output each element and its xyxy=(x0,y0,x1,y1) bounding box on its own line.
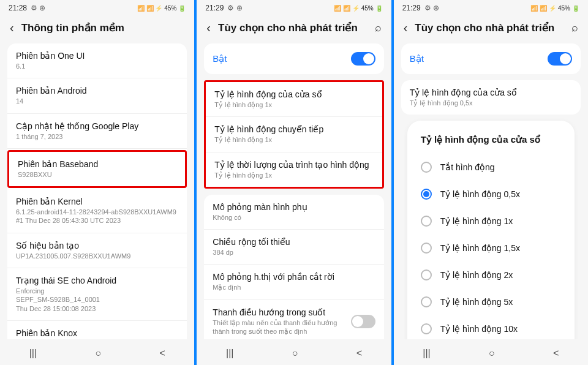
page-title: Thông tin phần mềm xyxy=(21,21,185,34)
content-scroll[interactable]: Bật Tỷ lệ hình động của cửa sổ Tỷ lệ hìn… xyxy=(197,43,391,339)
radio-icon xyxy=(421,323,432,334)
row-window-animation-scale[interactable]: Tỷ lệ hình động của cửa sổ Tỷ lệ hình độ… xyxy=(206,82,382,117)
page-title: Tùy chọn cho nhà phát triển xyxy=(415,21,564,34)
home-icon[interactable]: ○ xyxy=(489,348,495,359)
nav-back-icon[interactable]: < xyxy=(159,348,165,359)
recent-apps-icon[interactable]: ||| xyxy=(423,348,430,359)
radio-option-5x[interactable]: Tỷ lệ hình động 5x xyxy=(418,288,564,315)
navigation-bar: ||| ○ < xyxy=(197,339,391,365)
row-display-cutout[interactable]: Mô phỏng h.thị với phần cắt rời Mặc định xyxy=(204,265,383,299)
navigation-bar: ||| ○ < xyxy=(394,339,588,365)
radio-option-0.5x[interactable]: Tỷ lệ hình động 0,5x xyxy=(418,181,564,208)
animation-scale-dialog: Tỷ lệ hình động của cửa sổ Tắt hình động… xyxy=(407,121,575,339)
statusbar: 21:29⚙ ⊕ 📶 📶 ⚡45%🔋 xyxy=(394,0,588,15)
radio-option-off[interactable]: Tắt hình động xyxy=(418,154,564,181)
highlighted-animation-group: Tỷ lệ hình động của cửa sổ Tỷ lệ hình độ… xyxy=(204,80,383,189)
row-transparent-nav[interactable]: Thanh điều hướng trong suốt Thiết lập mà… xyxy=(204,300,383,339)
master-toggle[interactable]: Bật xyxy=(204,43,383,74)
row-android[interactable]: Phiên bản Android 14 xyxy=(7,78,187,113)
radio-icon xyxy=(421,216,432,227)
row-one-ui[interactable]: Phiên bản One UI 6.1 xyxy=(7,43,187,78)
search-icon[interactable]: ⌕ xyxy=(571,21,578,34)
row-google-play-update[interactable]: Cập nhật hệ thống Google Play 1 tháng 7,… xyxy=(7,114,187,149)
radio-icon xyxy=(421,269,432,280)
dialog-title: Tỷ lệ hình động của cửa sổ xyxy=(418,130,564,154)
row-baseband[interactable]: Phiên bản Baseband S928BXXU xyxy=(7,150,187,188)
row-simulate-secondary-display[interactable]: Mô phỏng màn hình phụ Không có xyxy=(204,195,383,230)
status-icons-right: 📶 📶 ⚡ xyxy=(137,5,163,12)
statusbar: 21:29⚙ ⊕ 📶 📶 ⚡45%🔋 xyxy=(197,0,391,15)
recent-apps-icon[interactable]: ||| xyxy=(29,348,37,359)
row-se-status[interactable]: Trạng thái SE cho Android Enforcing SEPF… xyxy=(7,268,187,321)
navigation-bar: ||| ○ < xyxy=(0,339,194,365)
radio-option-2x[interactable]: Tỷ lệ hình động 2x xyxy=(418,262,564,288)
radio-option-10x[interactable]: Tỷ lệ hình động 10x xyxy=(418,315,564,339)
header: ‹ Tùy chọn cho nhà phát triển ⌕ xyxy=(394,15,588,43)
search-icon[interactable]: ⌕ xyxy=(375,21,382,34)
toggle-switch[interactable] xyxy=(548,52,572,66)
toggle-switch[interactable] xyxy=(351,315,375,328)
page-title: Tùy chọn cho nhà phát triển xyxy=(218,21,368,34)
radio-icon xyxy=(421,162,432,173)
back-icon[interactable]: ‹ xyxy=(404,21,408,35)
row-min-width[interactable]: Chiều rộng tối thiểu 384 dp xyxy=(204,230,383,265)
home-icon[interactable]: ○ xyxy=(292,348,298,359)
back-icon[interactable]: ‹ xyxy=(206,21,211,35)
nav-back-icon[interactable]: < xyxy=(356,348,362,359)
radio-option-1x[interactable]: Tỷ lệ hình động 1x xyxy=(418,208,564,235)
toggle-switch[interactable] xyxy=(351,52,375,66)
phone-animation-dialog: 21:29⚙ ⊕ 📶 📶 ⚡45%🔋 ‹ Tùy chọn cho nhà ph… xyxy=(394,0,588,365)
row-window-animation-scale[interactable]: Tỷ lệ hình động của cửa sổ Tỷ lệ hình độ… xyxy=(401,80,581,115)
phone-software-info: 21:28⚙ ⊕ 📶 📶 ⚡45%🔋 ‹ Thông tin phần mềm … xyxy=(0,0,194,365)
row-kernel[interactable]: Phiên bản Kernel 6.1.25-android14-11-282… xyxy=(7,189,187,233)
content-scroll[interactable]: Phiên bản One UI 6.1 Phiên bản Android 1… xyxy=(0,43,194,339)
row-animator-duration-scale[interactable]: Tỷ lệ thời lượng của trình tạo hình động… xyxy=(206,152,382,187)
statusbar: 21:28⚙ ⊕ 📶 📶 ⚡45%🔋 xyxy=(0,0,194,15)
status-icons-left: ⚙ ⊕ xyxy=(31,4,45,12)
header: ‹ Tùy chọn cho nhà phát triển ⌕ xyxy=(197,15,391,43)
back-icon[interactable]: ‹ xyxy=(10,21,14,35)
phone-developer-options: 21:29⚙ ⊕ 📶 📶 ⚡45%🔋 ‹ Tùy chọn cho nhà ph… xyxy=(197,0,391,365)
row-knox[interactable]: Phiên bản Knox Knox 3.10 Knox API level … xyxy=(7,321,187,339)
header: ‹ Thông tin phần mềm xyxy=(0,15,194,43)
content-scroll: Bật Tỷ lệ hình động của cửa sổ Tỷ lệ hìn… xyxy=(394,43,588,339)
radio-option-1.5x[interactable]: Tỷ lệ hình động 1,5x xyxy=(418,235,564,262)
master-toggle[interactable]: Bật xyxy=(401,43,581,74)
nav-back-icon[interactable]: < xyxy=(553,348,559,359)
radio-icon xyxy=(421,243,432,254)
radio-icon xyxy=(421,189,432,200)
radio-icon xyxy=(421,296,432,307)
row-build-number[interactable]: Số hiệu bản tạo UP1A.231005.007.S928BXXU… xyxy=(7,233,187,268)
row-transition-animation-scale[interactable]: Tỷ lệ hình động chuyển tiếp Tỷ lệ hình đ… xyxy=(206,117,382,152)
home-icon[interactable]: ○ xyxy=(95,348,101,359)
recent-apps-icon[interactable]: ||| xyxy=(226,348,233,359)
